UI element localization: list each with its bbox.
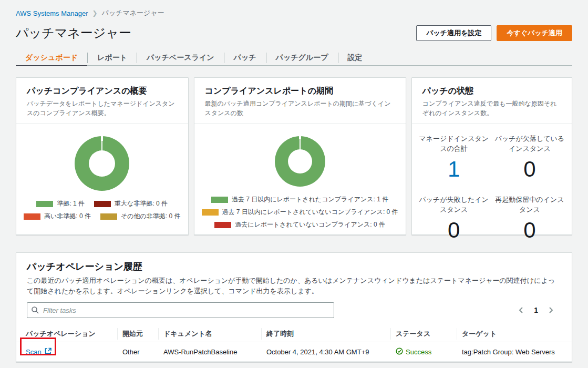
legend-label: 過去にレポートされていないコンプライアンス: 0 件	[235, 220, 385, 229]
compliance-legend: 準拠: 1 件 重大な非準拠: 0 件 高い非準拠: 0 件	[24, 199, 181, 221]
panel-description: この最近のパッチ適用オペレーションの概要は、オペレーションが手動で開始したのか、…	[27, 275, 561, 296]
metric-label: マネージドインスタンスの合計	[416, 134, 492, 154]
tab-bar: ダッシュボード レポート パッチベースライン パッチ パッチグループ 設定	[16, 50, 572, 66]
metric-failed-patch: パッチが失敗したインスタンス 0	[416, 195, 492, 242]
legend-label: 過去 7 日以内にレポートされていないコンプライアンス: 0 件	[222, 208, 398, 217]
panel-header: パッチオペレーション履歴 この最近のパッチ適用オペレーションの概要は、オペレーシ…	[16, 253, 572, 296]
cell-initiated-by: Other	[117, 348, 158, 356]
cell-target: tag:Patch Group: Web Servers	[457, 348, 572, 356]
card-title: コンプライアンスレポートの期間	[205, 86, 395, 97]
card-title: パッチコンプライアンスの概要	[27, 86, 178, 97]
current-page-number[interactable]: 1	[534, 306, 538, 314]
compliance-overview-card: パッチコンプライアンスの概要 パッチデータをレポートしたマネージドインスタンスの…	[16, 77, 189, 235]
legend-swatch-other	[100, 213, 117, 220]
status-label: Success	[406, 348, 431, 356]
metric-label: パッチが失敗したインスタンス	[416, 195, 492, 215]
metric-label: 再起動保留中のインスタンス	[492, 195, 568, 215]
column-header-document-name: ドキュメント名	[158, 328, 261, 340]
column-header-end-time: 終了時刻	[261, 328, 390, 340]
card-body: 準拠: 1 件 重大な非準拠: 0 件 高い非準拠: 0 件	[16, 124, 188, 221]
column-header-target: ターゲット	[457, 328, 572, 340]
search-icon	[31, 306, 39, 316]
legend-label: 過去 7 日以内にレポートされたコンプライアンス: 1 件	[232, 195, 388, 204]
legend-item: 重大な非準拠: 0 件	[94, 199, 168, 208]
panel-title: パッチオペレーション履歴	[27, 260, 561, 273]
legend-item: 準拠: 1 件	[36, 199, 85, 208]
cell-status: Success	[390, 347, 457, 356]
card-body: 過去 7 日以内にレポートされたコンプライアンス: 1 件 過去 7 日以内にレ…	[194, 124, 406, 229]
card-subtitle: コンプライアンス違反で最も一般的な原因それぞれのインスタンス数。	[422, 99, 561, 118]
pagination: 1	[517, 305, 561, 315]
legend-swatch-compliant	[36, 201, 53, 207]
filter-row: 1	[16, 296, 572, 318]
cell-operation: Scan	[16, 347, 117, 356]
cell-document-name: AWS-RunPatchBaseline	[158, 348, 261, 356]
patch-state-card: パッチの状態 コンプライアンス違反で最も一般的な原因それぞれのインスタンス数。 …	[411, 77, 572, 235]
summary-cards: パッチコンプライアンスの概要 パッチデータをレポートしたマネージドインスタンスの…	[16, 77, 572, 235]
metric-reboot-pending: 再起動保留中のインスタンス 0	[492, 195, 568, 242]
column-header-operation: パッチオペレーション	[16, 328, 117, 340]
metric-value: 0	[492, 157, 568, 181]
column-header-initiated-by: 開始元	[117, 328, 158, 340]
legend-item: 過去にレポートされていないコンプライアンス: 0 件	[214, 220, 385, 229]
tab-settings[interactable]: 設定	[338, 50, 372, 66]
previous-page-button[interactable]	[517, 305, 525, 315]
legend-swatch-high	[24, 213, 40, 220]
metric-value: 1	[416, 157, 492, 181]
breadcrumb-chevron-icon: ❯	[92, 9, 98, 17]
card-subtitle: パッチデータをレポートしたマネージドインスタンスのコンプライアンス概要。	[27, 99, 178, 118]
breadcrumb-link-systems-manager[interactable]: AWS Systems Manager	[16, 9, 88, 17]
column-header-status: ステータス	[390, 328, 457, 340]
legend-item: その他の非準拠: 0 件	[100, 212, 181, 221]
tab-dashboard[interactable]: ダッシュボード	[16, 50, 87, 66]
metric-managed-instances: マネージドインスタンスの合計 1	[416, 134, 492, 181]
card-subtitle: 最新のパッチ適用コンプライアンスレポートの期間に基づくインスタンスの数	[205, 99, 395, 118]
header-actions: パッチ適用を設定 今すぐパッチ適用	[416, 25, 572, 41]
legend-swatch-not-reported-7d	[202, 209, 219, 216]
patch-operations-table: パッチオペレーション 開始元 ドキュメント名 終了時刻 ステータス ターゲット …	[16, 325, 572, 362]
legend-label: その他の非準拠: 0 件	[121, 212, 181, 221]
patch-state-metrics: マネージドインスタンスの合計 1 パッチが欠落しているインスタンス 0 パッチが…	[412, 124, 572, 242]
metric-value: 0	[492, 218, 568, 242]
reporting-age-card: コンプライアンスレポートの期間 最新のパッチ適用コンプライアンスレポートの期間に…	[194, 77, 406, 235]
tab-reporting[interactable]: レポート	[88, 50, 137, 66]
legend-swatch-never-reported	[214, 222, 231, 228]
scan-operation-link[interactable]: Scan	[26, 347, 51, 356]
compliance-donut-chart	[75, 136, 129, 191]
metric-value: 0	[416, 218, 492, 242]
reporting-age-legend: 過去 7 日以内にレポートされたコンプライアンス: 1 件 過去 7 日以内にレ…	[202, 195, 398, 229]
filter-box	[27, 302, 334, 318]
status-badge: Success	[396, 347, 431, 356]
breadcrumb: AWS Systems Manager ❯ パッチマネージャー	[0, 0, 588, 18]
patch-manager-page: AWS Systems Manager ❯ パッチマネージャー パッチマネージャ…	[0, 0, 588, 368]
card-header: パッチの状態 コンプライアンス違反で最も一般的な原因それぞれのインスタンス数。	[412, 78, 572, 124]
legend-label: 高い非準拠: 0 件	[44, 212, 91, 221]
legend-item: 過去 7 日以内にレポートされたコンプライアンス: 1 件	[211, 195, 388, 204]
cell-end-time: October 4, 2021, 4:30 AM GMT+9	[261, 348, 390, 356]
legend-label: 準拠: 1 件	[57, 199, 85, 208]
legend-swatch-critical	[94, 201, 111, 207]
table-row: Scan Other AWS-RunPatchBaseline October …	[16, 342, 572, 362]
card-header: コンプライアンスレポートの期間 最新のパッチ適用コンプライアンスレポートの期間に…	[194, 78, 406, 124]
metric-missing-patch: パッチが欠落しているインスタンス 0	[492, 134, 568, 181]
card-header: パッチコンプライアンスの概要 パッチデータをレポートしたマネージドインスタンスの…	[16, 78, 188, 124]
external-link-icon	[45, 347, 51, 356]
page-header: パッチマネージャー パッチ適用を設定 今すぐパッチ適用	[0, 18, 588, 42]
configure-patching-button[interactable]: パッチ適用を設定	[416, 25, 491, 41]
legend-item: 高い非準拠: 0 件	[24, 212, 91, 221]
success-check-icon	[396, 347, 403, 356]
filter-tasks-input[interactable]	[27, 302, 334, 318]
metric-label: パッチが欠落しているインスタンス	[492, 134, 568, 154]
next-page-button[interactable]	[546, 305, 555, 315]
card-title: パッチの状態	[422, 86, 561, 97]
tab-patches[interactable]: パッチ	[224, 50, 266, 66]
legend-swatch-reported	[211, 197, 228, 203]
patch-now-button[interactable]: 今すぐパッチ適用	[497, 25, 572, 41]
scan-link-label: Scan	[26, 348, 42, 356]
patch-operations-history-panel: パッチオペレーション履歴 この最近のパッチ適用オペレーションの概要は、オペレーシ…	[16, 252, 572, 362]
page-title: パッチマネージャー	[16, 25, 131, 42]
tab-patch-baselines[interactable]: パッチベースライン	[137, 50, 224, 66]
table-header-row: パッチオペレーション 開始元 ドキュメント名 終了時刻 ステータス ターゲット	[16, 325, 572, 342]
tab-patch-groups[interactable]: パッチグループ	[266, 50, 338, 66]
legend-label: 重大な非準拠: 0 件	[115, 199, 168, 208]
